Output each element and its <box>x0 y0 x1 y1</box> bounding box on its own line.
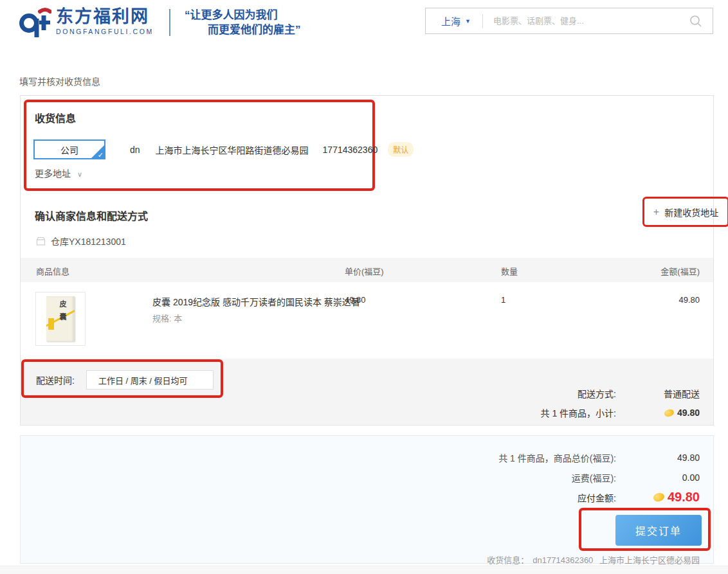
total-row: 共 1 件商品，商品总价(福豆): 49.80 <box>498 451 700 464</box>
warehouse-row: 仓库YX181213001 <box>36 235 126 247</box>
footer-receiver-name-phone: dn17714362360 <box>532 555 593 565</box>
receiver-phone: 17714362360 <box>323 145 378 155</box>
subtotal-label: 共 1 件商品，小计: <box>541 406 616 419</box>
footer-divider <box>0 566 728 574</box>
col-unit-price: 单价(福豆) <box>345 265 384 277</box>
product-spec: 规格: 本 <box>152 312 182 324</box>
footer-receiver-info: 收货信息：dn17714362360 上海市上海长宁区德必易园 <box>483 553 700 566</box>
delivery-section: 配送时间: 工作日 / 周末 / 假日均可 配送方式: 普通配送 共 1 件商品… <box>21 359 713 425</box>
warehouse-name: 仓库YX181213001 <box>51 235 126 247</box>
checkout-page: 东方福利网 DONGFANGFULI.COM “让更多人因为我们 而更爱他们的雇… <box>0 0 728 574</box>
receiver-address: 上海市上海长宁区华阳路街道德必易园 <box>156 143 309 156</box>
new-address-button[interactable]: + 新建收货地址 <box>653 206 718 219</box>
chevron-down-icon: ▼ <box>465 18 471 24</box>
fudou-bean-icon <box>663 408 675 418</box>
col-product-info: 商品信息 <box>36 265 69 277</box>
search-bar: 上海 ▼ <box>425 8 713 34</box>
delivery-time-select[interactable]: 工作日 / 周末 / 假日均可 <box>86 370 214 390</box>
check-icon: ✓ <box>98 151 104 159</box>
city-name: 上海 <box>441 14 460 28</box>
subtotal-value: 49.80 <box>677 408 700 418</box>
cover-label <box>48 318 54 330</box>
submit-order-button[interactable]: 提交订单 <box>615 515 702 546</box>
payable-label: 应付金额: <box>578 491 616 504</box>
items-table-header: 商品信息 单价(福豆) 数量 金额(福豆) <box>21 258 713 282</box>
annotation-box-new-address: + 新建收货地址 <box>642 197 728 227</box>
product-image[interactable]: 皮囊 <box>35 292 86 346</box>
address-tag-company[interactable]: 公司 ✓ <box>33 139 105 159</box>
delivery-method-row: 配送方式: 普通配送 <box>578 387 700 400</box>
product-unit-price: 49.80 <box>345 295 366 305</box>
logo-qf-icon <box>18 7 51 38</box>
header-divider <box>169 9 170 36</box>
search-icon[interactable] <box>679 15 713 28</box>
page-title: 填写并核对收货信息 <box>19 75 100 87</box>
order-card: 收货信息 公司 ✓ dn 上海市上海长宁区华阳路街道德必易园 177143623… <box>20 95 714 426</box>
logo[interactable]: 东方福利网 DONGFANGFULI.COM <box>18 7 154 38</box>
product-amount: 49.80 <box>678 295 700 305</box>
shipping-value: 0.00 <box>616 472 700 483</box>
product-quantity: 1 <box>501 295 505 305</box>
col-amount: 金额(福豆) <box>660 265 700 277</box>
chevron-down-icon: ∨ <box>77 170 82 178</box>
receiver-name: dn <box>130 145 140 155</box>
subtotal-row: 共 1 件商品，小计: 49.80 <box>541 406 700 419</box>
total-label: 共 1 件商品，商品总价(福豆): <box>498 451 616 464</box>
logo-domain: DONGFANGFULI.COM <box>56 28 154 35</box>
shipping-row: 运费(福豆): 0.00 <box>572 471 700 484</box>
delivery-time-label: 配送时间: <box>36 373 75 386</box>
search-input[interactable] <box>483 16 679 26</box>
order-summary-panel: 共 1 件商品，商品总价(福豆): 49.80 运费(福豆): 0.00 应付金… <box>20 435 714 564</box>
plus-icon: + <box>653 206 659 218</box>
cover-title: 皮囊 <box>57 300 68 326</box>
footer-receiver-address: 上海市上海长宁区德必易园 <box>599 555 700 565</box>
payable-row: 应付金额: 49.80 <box>578 490 700 505</box>
slogan: “让更多人因为我们 而更爱他们的雇主” <box>185 8 301 37</box>
delivery-method-label: 配送方式: <box>578 387 616 400</box>
table-row: 皮囊 皮囊 2019纪念版 感动千万读者的国民读本 蔡崇达著 规格: 本 49.… <box>21 289 713 353</box>
logo-name: 东方福利网 <box>56 7 154 26</box>
total-value: 49.80 <box>616 453 700 463</box>
city-selector[interactable]: 上海 ▼ <box>426 14 482 28</box>
shipping-label: 运费(福豆): <box>572 471 616 484</box>
merchant-section-heading: 确认商家信息和配送方式 <box>35 208 148 223</box>
site-header: 东方福利网 DONGFANGFULI.COM “让更多人因为我们 而更爱他们的雇… <box>0 0 728 58</box>
address-row: 公司 ✓ dn 上海市上海长宁区华阳路街道德必易园 17714362360 默认 <box>33 139 414 159</box>
payable-value: 49.80 <box>668 490 700 505</box>
fudou-bean-icon <box>652 491 666 503</box>
receiver-section-heading: 收货信息 <box>35 110 76 125</box>
product-title[interactable]: 皮囊 2019纪念版 感动千万读者的国民读本 蔡崇达著 <box>152 295 360 308</box>
store-icon <box>36 237 46 246</box>
col-quantity: 数量 <box>501 265 518 277</box>
delivery-method-value: 普通配送 <box>616 387 700 400</box>
more-addresses-link[interactable]: 更多地址 ∨ <box>35 166 82 179</box>
delivery-time-row: 配送时间: 工作日 / 周末 / 假日均可 <box>36 370 214 390</box>
footer-receiver-label: 收货信息： <box>487 555 529 565</box>
default-badge: 默认 <box>388 142 414 157</box>
